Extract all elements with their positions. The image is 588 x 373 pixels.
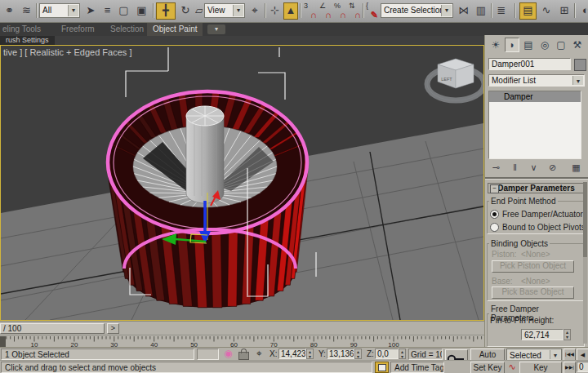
object-color-swatch[interactable] [574,59,586,71]
remove-modifier-icon[interactable]: ⊘ [545,162,560,175]
z-coordinate-field[interactable]: 0,0 [375,349,399,359]
pick-base-object-button[interactable]: Pick Base Object [492,286,574,299]
modifier-stack[interactable]: Damper [488,91,581,159]
object-name-field[interactable]: Damper001 [488,58,571,70]
pin-to-pin-height-spinner[interactable]: ▴▾ [564,329,571,340]
go-to-end-button[interactable]: ▶▶| [564,362,576,373]
modifier-list-dropdown[interactable]: Modifier List▾ [488,74,585,87]
new-key-curve-icon[interactable]: ∿ [506,361,518,372]
modify-tab-icon[interactable]: ◗ [505,38,519,52]
select-and-move-icon[interactable]: ╋ [156,2,176,20]
ribbon-minimize-icon[interactable]: ▾ [207,24,225,34]
show-end-result-icon[interactable]: ‖ [507,162,523,175]
viewcube[interactable] [425,54,484,103]
toggle-ribbon-icon[interactable]: ▤ [519,2,537,20]
track-bar-ruler[interactable]: 102030405060708090100 [0,335,484,348]
dropdown-arrow-icon[interactable]: ▾ [233,5,243,16]
named-selection-sets-dropdown[interactable]: Create Selection Se▾ [381,3,453,18]
z-spinner[interactable]: ▴▾ [399,349,406,359]
x-coordinate-field[interactable]: 14,423 [278,349,306,359]
ribbon-tab-freeform[interactable]: Freeform [56,23,100,36]
configure-modifier-sets-icon[interactable]: ▦ [568,162,584,175]
select-by-name-icon[interactable]: ≡ [100,2,115,20]
ribbon-tab-modeling-tools[interactable]: eling Tools [0,23,47,36]
use-pivot-point-icon[interactable]: ⌖ [247,2,263,20]
rectangular-selection-region-icon[interactable]: ▢ [116,2,131,20]
make-unique-icon[interactable]: ∨ [526,162,541,175]
spinner-snap-toggle-icon[interactable]: ⇅∩ [348,2,362,20]
y-coordinate-field[interactable]: 13,136 [327,349,354,359]
snaps-toggle-icon[interactable]: 3∩ [303,2,318,20]
percent-snap-toggle-icon[interactable]: %∩ [333,2,347,20]
transform-gizmo[interactable] [158,191,223,248]
display-tab-icon[interactable]: ▢ [554,38,568,52]
radio-free-damper[interactable]: Free Damper/Actuator [490,210,583,219]
select-object-icon[interactable]: ➤ [82,2,99,20]
layer-manager-icon[interactable]: ≣ [493,2,510,20]
dropdown-arrow-icon[interactable]: ▾ [68,5,78,16]
viewport-canvas[interactable]: LEFT [1,46,483,320]
track-bar[interactable]: 102030405060708090100 [0,335,484,347]
curve-editor-icon[interactable]: ∿ [538,2,555,20]
mirror-icon[interactable]: ⋈ [456,2,472,20]
bind-to-space-warp-icon[interactable]: ≋ [19,2,34,20]
select-and-link-icon[interactable]: ⚭ [2,2,17,20]
motion-tab-icon[interactable]: ◎ [537,38,552,52]
grid-spacing-readout: Grid = 10,0 [408,349,443,360]
dropdown-arrow-icon[interactable]: ▾ [550,350,560,359]
key-selection-dropdown[interactable]: Selected▾ [506,349,562,361]
panel-scrollbar[interactable] [583,182,587,344]
add-time-tag[interactable]: Add Time Tag [390,362,444,373]
ribbon-panel-brush-settings[interactable]: rush Settings [0,36,55,45]
create-tab-icon[interactable]: ☀ [488,38,503,52]
key-filters-button[interactable]: Key Filters... [519,362,562,373]
damper-parameters-rollout[interactable]: − Damper Parameters [488,183,585,193]
edit-named-selection-sets-icon[interactable]: {✎ [365,2,379,20]
current-frame-field[interactable]: 0 [577,362,588,372]
auto-key-button[interactable]: Auto Key [470,349,505,361]
keyboard-shortcut-override-icon[interactable]: ▲ [283,2,298,20]
y-spinner[interactable]: ▴▾ [354,349,362,359]
hierarchy-tab-icon[interactable]: ▤ [521,38,536,52]
time-slider-next-icon[interactable]: > [107,323,119,334]
material-editor-icon[interactable]: ◐ [577,2,588,20]
align-icon[interactable]: ▥ [473,2,489,20]
free-damper-parameters-group: Free Damper Parameters [487,304,585,347]
pin-to-pin-height-field[interactable]: 62,714 [521,329,564,340]
angle-snap-toggle-icon[interactable]: ∠∩ [318,2,332,20]
panel-scrollbar-thumb[interactable] [583,182,587,257]
set-key-button[interactable]: Set Key [470,362,505,373]
schematic-view-icon[interactable]: ⊞ [556,2,572,20]
status-spacer [197,349,219,360]
select-and-rotate-icon[interactable]: ↻ [176,2,194,20]
selection-lock-icon[interactable] [238,352,249,360]
utilities-tab-icon[interactable]: ⚒ [570,38,585,52]
go-to-start-button[interactable]: |◀◀ [564,349,576,361]
dropdown-arrow-icon[interactable]: ▾ [572,76,583,85]
transform-typein-icon[interactable]: ⌖ [253,348,265,359]
pick-piston-object-button[interactable]: Pick Piston Object [492,260,574,273]
select-and-scale-icon[interactable]: ▱ [195,2,203,20]
select-and-manipulate-icon[interactable]: ⊹ [268,2,282,20]
modifier-stack-item-damper[interactable]: Damper [489,91,581,102]
time-slider-handle[interactable]: / 100 [0,323,105,334]
viewport-label[interactable]: tive ] [ Realistic + Edged Faces ] [3,47,131,57]
ribbon-tab-object-paint[interactable]: Object Paint [147,23,203,36]
ribbon-tab-selection[interactable]: Selection [105,23,149,36]
reference-coordinate-dropdown[interactable]: View▾ [204,3,245,18]
perspective-viewport[interactable]: LEFT tive ] [ Realistic + Edged Faces ] [0,45,484,321]
time-slider-track[interactable]: / 100 > [0,321,484,335]
dropdown-arrow-icon[interactable]: ▾ [441,5,452,16]
isolate-cube-icon[interactable] [375,362,389,373]
radio-icon[interactable] [490,223,499,232]
previous-frame-button[interactable]: ◀ [577,349,588,361]
pin-stack-icon[interactable]: ⊸ [488,162,504,175]
window-crossing-toggle-icon[interactable]: ▣ [133,2,150,20]
radio-icon[interactable] [490,210,499,219]
notification-balloon-icon[interactable]: ◉ [222,348,234,359]
x-spinner[interactable]: ▴▾ [306,349,314,359]
toolbar-separator [514,3,516,18]
radio-bound-pivots[interactable]: Bound to Object Pivots [490,223,586,232]
selection-filter-dropdown[interactable]: All▾ [39,3,80,18]
collapse-icon[interactable]: − [490,184,499,193]
